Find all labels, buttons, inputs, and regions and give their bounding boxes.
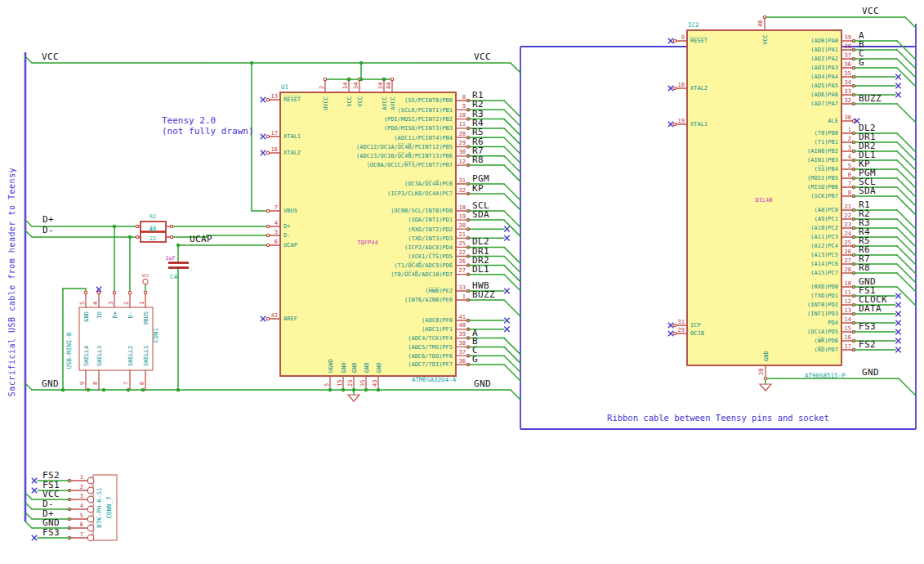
pin-name: R̅E̅S̅E̅T̅ — [690, 37, 708, 44]
junction-dot — [328, 388, 332, 392]
ground-icon — [348, 395, 359, 401]
junction-dot — [250, 61, 253, 65]
pin-name: SHELL2 — [127, 346, 134, 366]
pin-number: 17 — [271, 130, 278, 137]
pin-name: SHELL3 — [96, 346, 103, 366]
pin-number: 25 — [459, 240, 466, 247]
pin-name: (A8)PC0 — [814, 207, 838, 213]
pin-number: 38 — [845, 43, 851, 50]
pin-name: (INT1)PD3 — [807, 311, 838, 317]
junction-dot — [141, 388, 145, 392]
pin-number: 40 — [459, 322, 466, 329]
pin-number: 1 — [139, 302, 145, 305]
pin-end — [391, 78, 393, 80]
connector-socket-icon — [87, 487, 94, 494]
ground-icon — [760, 384, 771, 391]
wire — [504, 275, 520, 291]
junction-dot — [128, 235, 132, 239]
pin-name: GND — [364, 362, 370, 373]
pin-name: (T1)PB1 — [814, 139, 838, 145]
pin-end — [673, 324, 676, 326]
net-label: FS3 — [42, 527, 60, 538]
pin-name: D- — [283, 232, 290, 239]
pin-name: (AD1)PA1 — [810, 47, 838, 53]
pin-name: UGND — [328, 359, 334, 373]
pin-end — [673, 332, 676, 334]
pin-end — [266, 209, 269, 212]
pin-number: 27 — [459, 267, 466, 274]
wire — [897, 264, 916, 283]
pin-number: 9 — [462, 103, 466, 110]
wire — [897, 246, 916, 265]
pin-end — [266, 317, 269, 320]
pin-number: 43 — [372, 380, 378, 387]
pin-name: (AD2)PA2 — [810, 56, 838, 62]
pin-number: 9 — [681, 34, 685, 41]
pin-number: 39 — [845, 34, 851, 41]
pin-end — [136, 235, 138, 238]
junction-dot — [359, 78, 363, 81]
pin-name: D+ — [283, 223, 290, 230]
pin-number: 2 — [123, 302, 130, 305]
pin-number: 13 — [845, 307, 851, 314]
pin-number: 42 — [271, 312, 278, 319]
pin-number: 36 — [459, 358, 466, 365]
pin-name: VCC — [357, 96, 364, 107]
pin-end — [673, 39, 676, 42]
pin-end — [673, 123, 676, 125]
pin-number: 23 — [845, 222, 851, 228]
pin-number: 11 — [845, 289, 851, 296]
pin-name: GND — [376, 362, 382, 373]
vcc-net-label: VCC — [862, 6, 879, 16]
pin-number: 19 — [459, 213, 466, 220]
gnd-net-label: GND — [862, 367, 879, 378]
pin-name: GND — [83, 311, 90, 322]
pin-number: 8 — [92, 382, 99, 385]
pin-name: (MISO)PB6 — [807, 184, 838, 190]
pin-end — [673, 87, 676, 89]
pin-number: 3 — [80, 493, 83, 499]
wire — [504, 356, 520, 372]
net-label: KP — [472, 183, 484, 194]
wire — [897, 169, 916, 188]
pin-name: (ADC5/TMS)PF5 — [408, 344, 453, 351]
conn7-reference: CONN_7 — [105, 496, 113, 518]
pin-number: 16 — [845, 334, 851, 341]
pin-end — [852, 119, 855, 122]
con1-part-name: USB-MINI-B — [65, 332, 73, 369]
junction-dot — [176, 244, 180, 247]
pin-number: 19 — [678, 118, 685, 124]
pin-number: 39 — [459, 331, 466, 338]
pin-name: (ADC1)PF1 — [422, 326, 453, 333]
pin-number: 5 — [848, 163, 851, 169]
junction-dot — [382, 78, 386, 81]
pin-name: (TXD/INT3)PD3 — [408, 235, 453, 242]
pin-name: VCC — [346, 96, 353, 107]
pin-name: (ICP2/ADC8)PD4 — [404, 244, 453, 251]
pin-number: 33 — [845, 88, 851, 95]
net-label: SDA — [859, 186, 876, 196]
pin-number: 10 — [459, 112, 466, 119]
pin-end — [764, 377, 766, 379]
pin-number: 7 — [275, 204, 278, 211]
con1-reference: CON1 — [152, 328, 159, 342]
pin-number: 35 — [359, 380, 366, 387]
junction-dot — [113, 225, 116, 228]
pin-number: 25 — [845, 239, 851, 246]
r3-value: 22 — [150, 235, 156, 242]
pin-name: (AD5)PA5 — [810, 83, 838, 89]
pin-name: GND — [763, 351, 770, 361]
pin-name: (H̅W̅B̅)PE2 — [425, 287, 453, 294]
ribbon-cable-note: Ribbon cable between Teensy pins and soc… — [520, 413, 916, 423]
pin-name: GND — [351, 362, 358, 373]
pin-name: (RXD)PD0 — [810, 284, 838, 290]
pin-name: (ADC12/OC1A/O̅C̅4̅B̅/PCINT12)PB5 — [356, 143, 453, 150]
pin-number: 3 — [848, 145, 851, 151]
pin-number: 11 — [459, 121, 466, 128]
pin-name: (ADC13/OC1B/O̅C̅4̅B̅/PCINT13)PB6 — [356, 152, 453, 159]
wire — [897, 160, 916, 179]
pin-name: (SS/PCINT0)PB0 — [404, 97, 453, 104]
pin-name: (OC0A/OC1C/R̅T̅S̅/PCINT7)PB7 — [367, 161, 453, 168]
pin-number: 26 — [845, 248, 851, 255]
wire — [897, 142, 916, 161]
